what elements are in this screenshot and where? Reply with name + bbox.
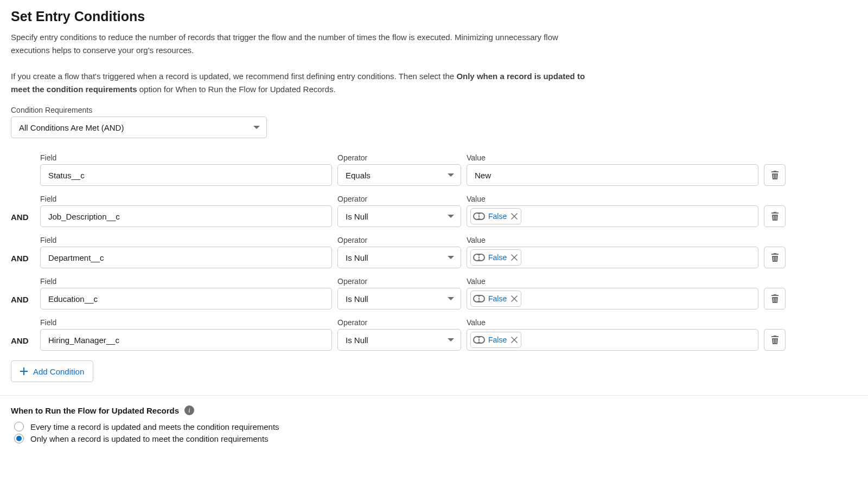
and-label: AND — [11, 336, 35, 351]
toggle-icon — [473, 295, 485, 302]
trash-icon — [771, 253, 779, 262]
conditions-list: FieldOperatorValueANDFieldOperatorValueF… — [11, 153, 857, 351]
value-pill-container[interactable]: False — [467, 205, 758, 227]
pill-label: False — [488, 212, 507, 221]
operator-input[interactable] — [337, 164, 461, 186]
divider — [0, 395, 868, 396]
value-pill[interactable]: False — [470, 291, 521, 307]
toggle-icon — [473, 336, 485, 344]
trash-icon — [771, 336, 779, 344]
operator-picklist[interactable] — [337, 329, 461, 351]
condition-row: ANDFieldOperatorValueFalse — [11, 236, 857, 268]
pill-label: False — [488, 336, 507, 344]
field-label: Field — [40, 318, 332, 327]
radio-button[interactable] — [14, 422, 24, 431]
radio-button[interactable] — [14, 434, 24, 443]
delete-condition-button[interactable] — [764, 329, 786, 351]
description-2b: option for When to Run the Flow for Upda… — [137, 85, 336, 94]
page-title: Set Entry Conditions — [11, 9, 857, 24]
value-label: Value — [467, 277, 758, 286]
field-input[interactable] — [40, 288, 332, 310]
value-label: Value — [467, 318, 758, 327]
description-2: If you create a flow that's triggered wh… — [11, 70, 586, 96]
toggle-icon — [473, 254, 485, 261]
operator-label: Operator — [337, 153, 461, 162]
description-1: Specify entry conditions to reduce the n… — [11, 31, 580, 57]
condition-row: ANDFieldOperatorValueFalse — [11, 277, 857, 310]
trash-icon — [771, 212, 779, 221]
delete-condition-button[interactable] — [764, 205, 786, 227]
trash-icon — [771, 294, 779, 303]
operator-label: Operator — [337, 236, 461, 244]
operator-picklist[interactable] — [337, 164, 461, 186]
info-icon[interactable]: i — [184, 405, 194, 415]
operator-input[interactable] — [337, 329, 461, 351]
value-pill[interactable]: False — [470, 332, 521, 348]
field-label: Field — [40, 153, 332, 162]
value-pill-container[interactable]: False — [467, 329, 758, 351]
radio-label: Every time a record is updated and meets… — [30, 422, 279, 431]
value-label: Value — [467, 195, 758, 203]
pill-label: False — [488, 253, 507, 262]
plus-icon — [20, 368, 28, 375]
field-label: Field — [40, 236, 332, 244]
value-label: Value — [467, 236, 758, 244]
field-label: Field — [40, 195, 332, 203]
value-label: Value — [467, 153, 758, 162]
and-label — [11, 180, 35, 186]
operator-label: Operator — [337, 318, 461, 327]
condition-requirements-picklist[interactable] — [11, 117, 267, 138]
value-pill[interactable]: False — [470, 249, 521, 266]
condition-requirements-label: Condition Requirements — [11, 106, 857, 114]
operator-input[interactable] — [337, 288, 461, 310]
add-condition-label: Add Condition — [33, 367, 84, 376]
condition-row: FieldOperatorValue — [11, 153, 857, 186]
condition-requirements-input[interactable] — [11, 117, 267, 138]
value-input[interactable] — [467, 164, 758, 186]
condition-row: ANDFieldOperatorValueFalse — [11, 318, 857, 351]
and-label: AND — [11, 212, 35, 227]
radio-label: Only when a record is updated to meet th… — [30, 434, 269, 443]
operator-picklist[interactable] — [337, 205, 461, 227]
field-input[interactable] — [40, 164, 332, 186]
delete-condition-button[interactable] — [764, 288, 786, 310]
close-icon[interactable] — [511, 213, 518, 220]
and-label: AND — [11, 295, 35, 310]
when-to-run-radio-group: Every time a record is updated and meets… — [11, 422, 857, 443]
close-icon[interactable] — [511, 254, 518, 261]
radio-option[interactable]: Only when a record is updated to meet th… — [11, 434, 857, 443]
field-input[interactable] — [40, 205, 332, 227]
operator-picklist[interactable] — [337, 247, 461, 268]
value-pill-container[interactable]: False — [467, 288, 758, 310]
and-label: AND — [11, 254, 35, 268]
value-pill[interactable]: False — [470, 208, 521, 224]
delete-condition-button[interactable] — [764, 164, 786, 186]
field-input[interactable] — [40, 247, 332, 268]
operator-input[interactable] — [337, 247, 461, 268]
operator-picklist[interactable] — [337, 288, 461, 310]
toggle-icon — [473, 212, 485, 220]
value-pill-container[interactable]: False — [467, 247, 758, 268]
operator-label: Operator — [337, 195, 461, 203]
close-icon[interactable] — [511, 295, 518, 302]
radio-option[interactable]: Every time a record is updated and meets… — [11, 422, 857, 431]
pill-label: False — [488, 294, 507, 303]
operator-label: Operator — [337, 277, 461, 286]
when-to-run-title: When to Run the Flow for Updated Records — [11, 406, 179, 415]
field-input[interactable] — [40, 329, 332, 351]
trash-icon — [771, 171, 779, 179]
description-2a: If you create a flow that's triggered wh… — [11, 72, 456, 81]
condition-row: ANDFieldOperatorValueFalse — [11, 195, 857, 227]
field-label: Field — [40, 277, 332, 286]
operator-input[interactable] — [337, 205, 461, 227]
delete-condition-button[interactable] — [764, 247, 786, 268]
close-icon[interactable] — [511, 337, 518, 343]
add-condition-button[interactable]: Add Condition — [11, 360, 93, 382]
